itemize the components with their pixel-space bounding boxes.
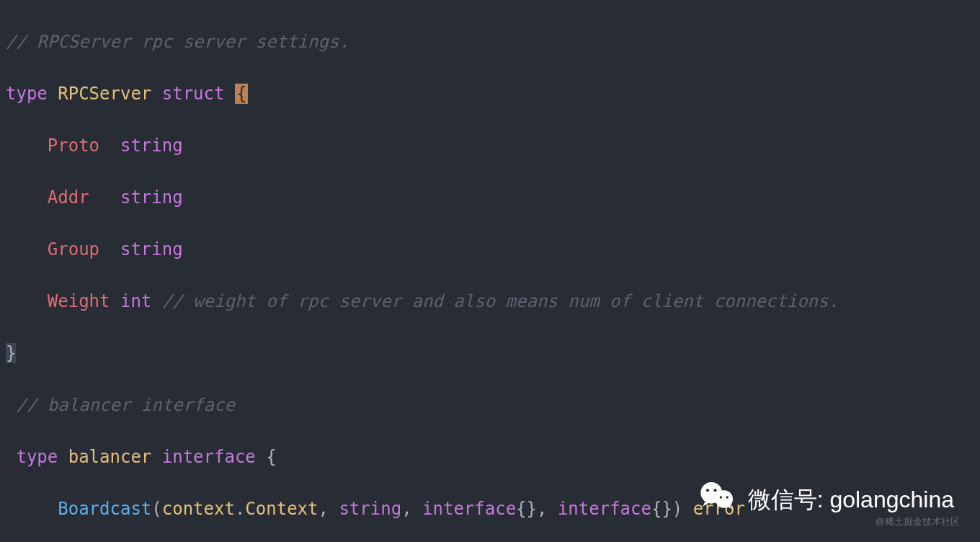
code-line: type balancer interface {	[6, 444, 971, 470]
keyword: interface	[162, 447, 256, 467]
code-line: Group string	[6, 236, 971, 262]
code-line: Weight int // weight of rpc server and a…	[6, 288, 971, 314]
close-brace: }	[6, 343, 16, 363]
code-line: Proto string	[6, 133, 971, 159]
field-type: string	[120, 187, 183, 208]
keyword: type	[6, 84, 48, 104]
field-type: string	[120, 239, 183, 259]
code-line: Addr string	[6, 185, 971, 210]
svg-point-5	[726, 496, 729, 499]
code-line: // balancer interface	[6, 392, 971, 418]
code-comment: // RPCServer rpc server settings.	[6, 32, 349, 52]
field-name: Weight	[48, 291, 110, 311]
code-line: type RPCServer struct {	[6, 81, 971, 107]
code-line: // RPCServer rpc server settings.	[6, 29, 971, 55]
field-type: int	[120, 291, 151, 311]
code-comment: // balancer interface	[16, 395, 234, 415]
code-editor[interactable]: // RPCServer rpc server settings. type R…	[0, 0, 980, 542]
field-type: string	[120, 136, 183, 156]
code-line: }	[6, 340, 971, 366]
svg-point-2	[706, 489, 709, 492]
keyword: type	[16, 447, 58, 467]
svg-point-4	[719, 496, 722, 499]
type-name: RPCServer	[58, 84, 151, 104]
code-comment: // weight of rpc server and also means n…	[162, 291, 839, 311]
matched-brace: {	[235, 84, 248, 104]
field-name: Group	[48, 239, 99, 259]
type-name: balancer	[68, 447, 152, 467]
method-name: Boardcast	[58, 499, 151, 519]
open-brace: {	[266, 447, 276, 467]
field-name: Proto	[48, 136, 99, 156]
wechat-icon	[698, 476, 738, 522]
keyword: struct	[162, 84, 225, 104]
community-watermark: @稀土掘金技术社区	[876, 509, 960, 535]
field-name: Addr	[48, 187, 89, 208]
svg-point-3	[713, 489, 716, 492]
svg-point-1	[715, 490, 733, 508]
